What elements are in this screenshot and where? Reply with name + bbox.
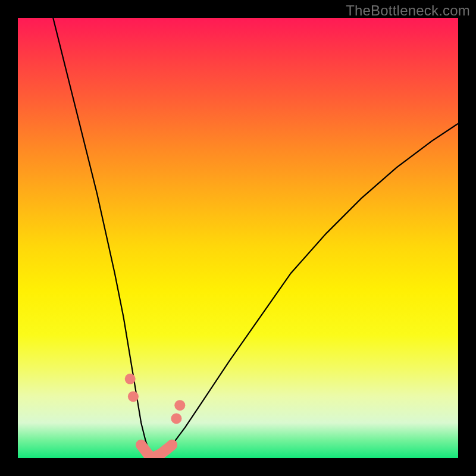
bottleneck-curve [53,18,458,458]
data-marker [171,413,181,424]
plot-area [18,18,458,458]
marker-group [125,374,186,458]
data-marker [125,374,136,384]
watermark-text: TheBottleneck.com [346,2,470,19]
data-marker [128,391,139,402]
chart-frame: TheBottleneck.com [0,0,476,476]
data-marker [167,440,177,450]
curve-layer [18,18,458,458]
data-marker [136,440,146,450]
data-marker [174,400,185,411]
